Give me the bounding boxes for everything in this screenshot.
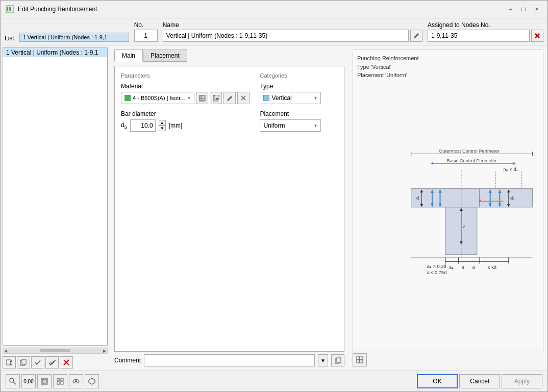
hex-button[interactable] — [85, 374, 99, 388]
svg-text:z: z — [463, 224, 465, 229]
check2-button[interactable] — [45, 356, 59, 369]
svg-text:a₁ > 0,3d: a₁ > 0,3d — [427, 263, 446, 268]
left-list-item[interactable]: 1 Vertical | Uniform (Nodes : 1-9,1 — [3, 48, 107, 57]
reinforcement-diagram: Outermost Control Perimeter Basic Contro… — [353, 82, 543, 352]
tab-placement[interactable]: Placement — [143, 50, 187, 62]
scroll-left-arrow[interactable]: ◀ — [4, 349, 7, 353]
copy-item-button[interactable] — [17, 356, 30, 369]
svg-text:a: a — [462, 264, 465, 270]
grid-button[interactable] — [53, 374, 67, 388]
bar-diameter-up[interactable]: ▲ — [159, 120, 166, 126]
scroll-thumb — [40, 349, 70, 352]
material-value: 4 - B500S(A) | Isotr... — [133, 95, 185, 101]
no-label: No. — [134, 21, 158, 29]
placement-dropdown-arrow: ▼ — [314, 124, 318, 128]
placement-label: Placement — [260, 110, 338, 117]
diagram-info: Punching Reinforcement Type 'Vertical' P… — [353, 50, 543, 80]
svg-rect-79 — [357, 360, 360, 363]
svg-point-90 — [75, 380, 77, 382]
name-input[interactable] — [163, 30, 409, 42]
comment-dropdown-button[interactable]: ▼ — [318, 354, 328, 366]
comment-label: Comment — [114, 357, 141, 364]
assigned-label: Assigned to Nodes No. — [428, 21, 543, 29]
svg-text:≤ kd: ≤ kd — [488, 264, 496, 270]
type-icon — [263, 95, 269, 101]
assigned-clear-button[interactable] — [531, 30, 543, 42]
close-button[interactable]: × — [531, 4, 542, 15]
placement-select[interactable]: Uniform ▼ — [260, 119, 321, 132]
maximize-button[interactable]: □ — [518, 4, 529, 15]
tab-content: Parameters Material 4 - B500S(A) | Isotr… — [114, 66, 344, 352]
minimize-button[interactable]: − — [505, 4, 516, 15]
comment-input[interactable] — [144, 354, 315, 366]
material-color-swatch — [124, 95, 131, 101]
svg-text:a ≤ 0,75d: a ≤ 0,75d — [427, 270, 447, 275]
list-header-area: List — [5, 35, 14, 42]
parameters-title: Parameters — [121, 72, 250, 79]
svg-rect-86 — [61, 378, 63, 381]
material-add-button[interactable] — [210, 92, 222, 104]
name-label: Name — [163, 21, 422, 29]
tab-bar: Main Placement — [114, 50, 344, 62]
svg-marker-91 — [89, 378, 95, 384]
svg-line-82 — [13, 382, 16, 384]
material-edit-button[interactable] — [223, 92, 236, 104]
apply-button[interactable]: Apply — [502, 374, 542, 388]
list-item[interactable]: 1 Vertical | Uniform (Nodes : 1-9,1 — [19, 33, 129, 42]
ok-button[interactable]: OK — [417, 374, 458, 388]
diagram-line3: Placement 'Uniform' — [357, 71, 539, 80]
svg-text:nₚ × dₛ: nₚ × dₛ — [504, 166, 518, 172]
svg-point-81 — [10, 378, 14, 382]
svg-text:d: d — [416, 195, 419, 201]
zoom-button[interactable] — [6, 374, 20, 388]
cancel-button[interactable]: Cancel — [459, 374, 500, 388]
diagram-area: Punching Reinforcement Type 'Vertical' P… — [353, 50, 543, 351]
comment-area: Comment ▼ — [114, 352, 344, 366]
placement-value: Uniform — [263, 122, 311, 129]
type-dropdown-arrow: ▼ — [314, 96, 318, 101]
eye-button[interactable] — [69, 374, 83, 388]
material-library-button[interactable] — [196, 92, 208, 104]
delete-item-button[interactable] — [60, 356, 73, 369]
svg-marker-27 — [431, 161, 433, 164]
check1-button[interactable] — [31, 356, 44, 369]
bar-diameter-input[interactable] — [130, 119, 156, 132]
svg-rect-87 — [57, 382, 60, 384]
svg-text:Basic Control Perimeter: Basic Control Perimeter — [446, 158, 496, 163]
bar-diameter-down[interactable]: ▼ — [159, 126, 166, 131]
left-scrollbar[interactable]: ◀ ▶ — [3, 348, 108, 354]
left-toolbar — [1, 354, 110, 371]
material-dropdown-arrow: ▼ — [187, 96, 191, 101]
bar-diameter-unit: [mm] — [169, 122, 183, 129]
name-edit-button[interactable] — [410, 30, 422, 42]
view-button[interactable] — [37, 374, 52, 388]
diagram-extra-button[interactable] — [353, 353, 367, 366]
svg-rect-33 — [480, 188, 532, 207]
tab-main[interactable]: Main — [114, 50, 143, 62]
new-item-button[interactable] — [3, 356, 16, 369]
material-delete-button[interactable] — [237, 92, 250, 104]
diagram-line1: Punching Reinforcement — [357, 54, 539, 63]
svg-rect-84 — [42, 379, 46, 383]
svg-text:Outermost Control Perimeter: Outermost Control Perimeter — [439, 149, 500, 154]
svg-text:a: a — [472, 264, 476, 270]
material-select[interactable]: 4 - B500S(A) | Isotr... ▼ — [121, 92, 194, 104]
svg-rect-20 — [337, 358, 341, 362]
svg-rect-88 — [61, 382, 63, 384]
bar-diameter-label: Bar diameter — [121, 110, 250, 117]
scroll-right-arrow[interactable]: ▶ — [103, 349, 106, 353]
no-input[interactable] — [134, 30, 158, 42]
svg-text:dₛ: dₛ — [510, 195, 514, 201]
bottom-bar: 0,00 OK Cancel Apply — [1, 371, 547, 391]
svg-marker-28 — [513, 161, 515, 164]
comment-copy-button[interactable] — [331, 354, 344, 366]
svg-rect-4 — [7, 360, 11, 365]
bar-diameter-spinner[interactable]: ▲ ▼ — [159, 120, 166, 131]
window-title: Edit Punching Reinforcement — [18, 6, 501, 13]
type-select[interactable]: Vertical ▼ — [260, 92, 321, 104]
categories-title: Categories — [260, 72, 338, 79]
assigned-input[interactable] — [428, 30, 530, 42]
decimal-button[interactable]: 0,00 — [21, 374, 36, 388]
svg-text:×: × — [479, 197, 482, 203]
svg-rect-77 — [357, 357, 360, 360]
